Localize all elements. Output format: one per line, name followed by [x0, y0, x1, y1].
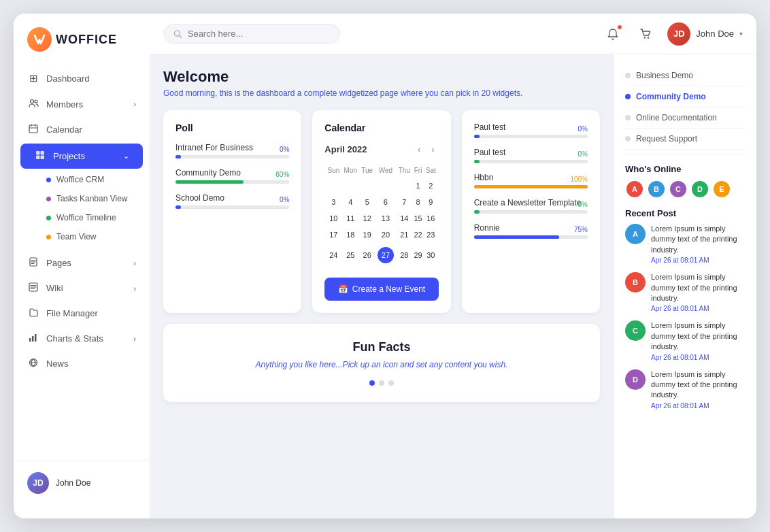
calendar-day[interactable]: 20: [375, 227, 396, 242]
poll-bar-fill-2: [175, 205, 181, 209]
post-avatar-1: B: [625, 272, 646, 293]
sidebar-item-pages[interactable]: Pages ›: [14, 250, 150, 276]
recent-post-3[interactable]: D Lorem Ipsum is simply dummy text of th…: [625, 369, 746, 410]
calendar-day[interactable]: 4: [342, 195, 358, 210]
calendar-day[interactable]: 10: [326, 211, 341, 226]
topbar-right: JD John Doe ▾: [602, 22, 743, 46]
calendar-day[interactable]: [326, 178, 341, 193]
sidebar-subitem-tasks-kanban[interactable]: Tasks Kanban View: [14, 189, 150, 208]
sidebar-item-file-manager[interactable]: File Manager: [14, 301, 150, 326]
calendar-day[interactable]: 1: [413, 178, 423, 193]
progress-fill-3: [474, 210, 480, 214]
search-icon: [173, 29, 182, 39]
search-input[interactable]: [188, 29, 330, 39]
panel-nav-business-demo[interactable]: Business Demo: [625, 65, 746, 86]
sidebar-item-calendar[interactable]: Calendar: [14, 117, 150, 142]
svg-point-14: [644, 37, 646, 38]
progress-item-3: Create a Newsletter Template 0%: [474, 198, 588, 214]
calendar-day[interactable]: 17: [326, 227, 341, 242]
calendar-day[interactable]: 9: [424, 195, 437, 210]
search-box[interactable]: [163, 24, 340, 44]
sidebar-label-file-manager: File Manager: [46, 308, 98, 318]
calendar-day[interactable]: 6: [375, 195, 396, 210]
welcome-subtitle: Good morning, this is the dashboard a co…: [163, 88, 600, 98]
panel-nav-community-demo[interactable]: Community Demo: [625, 86, 746, 107]
calendar-next[interactable]: ›: [427, 143, 438, 156]
calendar-day[interactable]: 14: [397, 211, 412, 226]
calendar-day[interactable]: 19: [360, 227, 374, 242]
calendar-day[interactable]: [397, 178, 412, 193]
main-content: JD John Doe ▾ Welcome Good morning, this…: [150, 14, 756, 518]
calendar-day[interactable]: 28: [397, 244, 412, 267]
post-date-0: Apr 26 at 08:01 AM: [651, 256, 746, 264]
calendar-day[interactable]: 27: [375, 244, 396, 267]
panel-nav-online-docs[interactable]: Online Documentation: [625, 107, 746, 129]
calendar-day[interactable]: 24: [326, 244, 341, 267]
members-arrow: ›: [133, 100, 136, 108]
calendar-day[interactable]: [375, 178, 396, 193]
calendar-day[interactable]: 11: [342, 211, 358, 226]
progress-percent-2: 100%: [570, 176, 588, 183]
calendar-day[interactable]: 22: [413, 227, 423, 242]
sidebar-item-news[interactable]: News: [14, 351, 150, 376]
fun-facts-dot-2[interactable]: [388, 380, 394, 386]
sidebar-item-dashboard[interactable]: ⊞ Dashboard: [14, 65, 150, 91]
poll-percent-1: 60%: [275, 171, 289, 178]
sidebar-subitem-woffice-crm[interactable]: Woffice CRM: [14, 170, 150, 189]
user-name-label: John Doe: [696, 29, 734, 39]
fun-facts-dot-0[interactable]: [369, 380, 375, 386]
post-text-0: Lorem Ipsum is simply dummy text of the …: [651, 224, 746, 255]
calendar-day[interactable]: 18: [342, 227, 358, 242]
calendar-day[interactable]: 23: [424, 227, 437, 242]
svg-point-1: [35, 100, 37, 103]
notification-button[interactable]: [602, 23, 624, 45]
dot-tasks-kanban: [46, 197, 51, 201]
calendar-day[interactable]: 2: [424, 178, 437, 193]
logo-icon: [27, 27, 52, 52]
charts-icon: [27, 333, 39, 344]
sidebar-label-news: News: [46, 359, 69, 369]
calendar-day[interactable]: 21: [397, 227, 412, 242]
calendar-day[interactable]: 3: [326, 195, 341, 210]
calendar-day[interactable]: 15: [413, 211, 423, 226]
calendar-day[interactable]: 13: [375, 211, 396, 226]
calendar-day[interactable]: 29: [413, 244, 423, 267]
calendar-day[interactable]: 5: [360, 195, 374, 210]
calendar-day[interactable]: [342, 178, 358, 193]
sidebar-subitem-woffice-timeline[interactable]: Woffice Timeline: [14, 208, 150, 227]
recent-post-0[interactable]: A Lorem Ipsum is simply dummy text of th…: [625, 224, 746, 264]
sidebar-item-charts[interactable]: Charts & Stats ›: [14, 326, 150, 351]
sidebar-label-dashboard: Dashboard: [46, 73, 90, 84]
calendar-day[interactable]: 12: [360, 211, 374, 226]
poll-label-0: Intranet For Business: [175, 143, 289, 152]
calendar-day[interactable]: 30: [424, 244, 437, 267]
recent-post-1[interactable]: B Lorem Ipsum is simply dummy text of th…: [625, 272, 746, 312]
calendar-prev[interactable]: ‹: [414, 143, 424, 156]
sidebar: WOFFICE ⊞ Dashboard Members › Calendar: [14, 14, 150, 518]
fun-facts-card: Fun Facts Anything you like here...Pick …: [163, 324, 600, 402]
cart-button[interactable]: [635, 23, 656, 45]
panel-nav-request-support[interactable]: Request Support: [625, 129, 746, 150]
calendar-day[interactable]: 26: [360, 244, 374, 267]
svg-rect-9: [29, 338, 31, 342]
recent-post-2[interactable]: C Lorem Ipsum is simply dummy text of th…: [625, 320, 746, 361]
calendar-day[interactable]: 7: [397, 195, 412, 210]
calendar-day[interactable]: [360, 178, 374, 193]
calendar-day[interactable]: 16: [424, 211, 437, 226]
calendar-day[interactable]: 25: [342, 244, 358, 267]
calendar-day[interactable]: 8: [413, 195, 423, 210]
create-event-button[interactable]: 📅 Create a New Event: [324, 278, 438, 301]
fun-facts-dot-1[interactable]: [379, 380, 384, 386]
sidebar-subitem-team-view[interactable]: Team View: [14, 227, 150, 246]
recent-posts-container: A Lorem Ipsum is simply dummy text of th…: [625, 224, 746, 410]
who-online-avatars: A B C D E: [625, 180, 746, 199]
sidebar-item-projects[interactable]: Projects ⌄: [20, 144, 143, 169]
user-menu[interactable]: JD John Doe ▾: [667, 22, 743, 46]
calendar-grid: Sun Mon Tue Wed Thu Fri Sat 123: [324, 163, 438, 268]
poll-bar-2: 0%: [175, 205, 289, 209]
online-avatar-2: C: [669, 180, 688, 199]
sidebar-item-members[interactable]: Members ›: [14, 91, 150, 117]
sidebar-item-wiki[interactable]: Wiki ›: [14, 276, 150, 301]
projects-arrow: ⌄: [123, 152, 129, 161]
sidebar-footer-user[interactable]: JD John Doe: [14, 461, 150, 505]
